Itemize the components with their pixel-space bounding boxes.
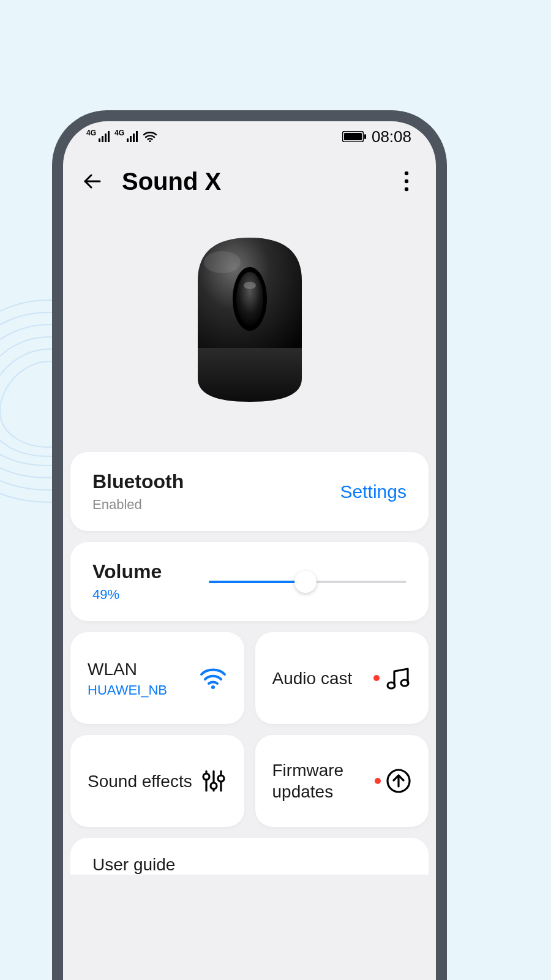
volume-slider-fill xyxy=(209,581,305,583)
user-guide-tile[interactable]: User guide xyxy=(70,838,429,875)
audio-cast-tile[interactable]: Audio cast xyxy=(255,632,429,724)
bluetooth-status: Enabled xyxy=(92,497,184,513)
svg-rect-2 xyxy=(105,134,107,142)
bluetooth-title: Bluetooth xyxy=(92,470,184,493)
svg-point-14 xyxy=(405,187,408,191)
svg-point-19 xyxy=(211,685,215,689)
screen: 4G 4G 08:08 Sound X xyxy=(63,121,436,980)
volume-title: Volume xyxy=(92,560,172,583)
phone-frame: 4G 4G 08:08 Sound X xyxy=(52,110,447,980)
sound-effects-title: Sound effects xyxy=(88,771,192,792)
svg-point-13 xyxy=(405,179,408,183)
clock: 08:08 xyxy=(372,127,411,146)
svg-point-25 xyxy=(203,774,209,780)
svg-rect-10 xyxy=(344,133,362,140)
notification-dot-icon xyxy=(373,675,380,681)
volume-slider[interactable] xyxy=(209,570,407,594)
audio-cast-title: Audio cast xyxy=(272,668,353,689)
svg-point-16 xyxy=(236,272,263,326)
user-guide-title: User guide xyxy=(92,855,175,874)
sound-effects-tile[interactable]: Sound effects xyxy=(70,735,244,827)
notification-dot-icon xyxy=(375,778,381,784)
svg-rect-7 xyxy=(136,131,138,142)
device-hero xyxy=(63,201,436,452)
wlan-tile[interactable]: WLAN HUAWEI_NB xyxy=(70,632,244,724)
svg-point-26 xyxy=(211,783,217,789)
page-title: Sound X xyxy=(122,168,377,195)
music-note-icon xyxy=(384,665,411,691)
wlan-ssid: HUAWEI_NB xyxy=(88,682,167,698)
svg-point-12 xyxy=(405,172,408,175)
more-menu-button[interactable] xyxy=(392,167,421,196)
svg-point-8 xyxy=(149,140,151,142)
svg-rect-11 xyxy=(364,134,366,139)
wlan-title: WLAN xyxy=(88,658,167,680)
svg-point-18 xyxy=(204,251,241,273)
status-bar: 4G 4G 08:08 xyxy=(63,121,436,152)
svg-rect-0 xyxy=(99,138,100,142)
speaker-image xyxy=(186,238,314,403)
more-vertical-icon xyxy=(404,171,409,192)
battery-icon xyxy=(342,131,367,142)
signal-4g-icon-2: 4G xyxy=(114,129,124,137)
wifi-icon xyxy=(199,667,227,689)
volume-value: 49% xyxy=(92,587,172,603)
svg-rect-3 xyxy=(108,131,110,142)
svg-rect-1 xyxy=(102,136,103,142)
wifi-icon xyxy=(143,131,157,142)
firmware-updates-tile[interactable]: Firmware updates xyxy=(255,735,429,827)
arrow-up-circle-icon xyxy=(386,768,411,794)
signal-bars-icon-2 xyxy=(127,131,140,142)
back-button[interactable] xyxy=(78,167,107,196)
volume-card: Volume 49% xyxy=(70,542,429,621)
firmware-title: Firmware updates xyxy=(272,760,375,802)
bluetooth-settings-link[interactable]: Settings xyxy=(340,481,407,502)
sliders-icon xyxy=(200,767,227,794)
volume-slider-thumb[interactable] xyxy=(294,571,317,593)
app-bar: Sound X xyxy=(63,152,436,201)
signal-4g-icon: 4G xyxy=(86,129,96,137)
signal-bars-icon xyxy=(99,131,112,142)
bluetooth-card[interactable]: Bluetooth Enabled Settings xyxy=(70,452,429,531)
svg-point-27 xyxy=(218,775,224,782)
svg-rect-6 xyxy=(133,134,135,142)
content: Bluetooth Enabled Settings Volume 49% xyxy=(63,452,436,875)
svg-rect-4 xyxy=(127,138,129,142)
arrow-left-icon xyxy=(80,169,105,194)
svg-rect-5 xyxy=(130,136,132,142)
svg-point-17 xyxy=(244,282,256,289)
